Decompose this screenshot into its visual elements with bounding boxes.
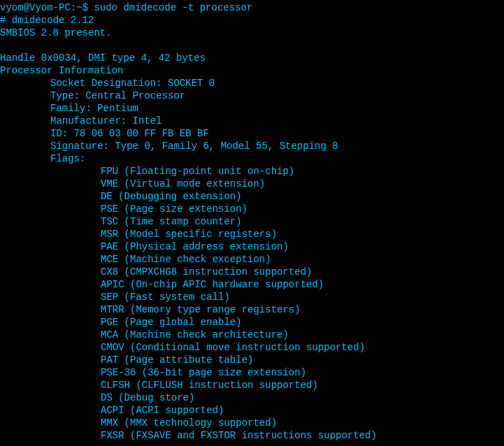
handle-line: Handle 0x0034, DMI type 4, 42 bytes — [0, 52, 504, 64]
processor-family: Family: Pentium — [0, 102, 504, 115]
socket-designation: Socket Designation: SOCKET 0 — [0, 77, 504, 89]
terminal-output[interactable]: vyom@Vyom-PC:~$ sudo dmidecode -t proces… — [0, 1, 504, 442]
processor-signature: Signature: Type 0, Family 6, Model 55, S… — [0, 140, 504, 152]
flag-item: TSC (Time stamp counter) — [0, 215, 504, 228]
processor-type: Type: Central Processor — [0, 89, 504, 102]
flag-item: FXSR (FXSAVE and FXSTOR instructions sup… — [0, 429, 504, 442]
prompt-line: vyom@Vyom-PC:~$ sudo dmidecode -t proces… — [0, 1, 504, 14]
dmidecode-version: # dmidecode 2.12 — [0, 14, 504, 27]
flag-item: APIC (On-chip APIC hardware supported) — [0, 278, 504, 291]
section-header: Processor Information — [0, 64, 504, 77]
flag-item: MCA (Machine check architecture) — [0, 329, 504, 341]
processor-manufacturer: Manufacturer: Intel — [0, 115, 504, 127]
flag-item: SEP (Fast system call) — [0, 291, 504, 303]
prompt-command: sudo dmidecode -t processor — [94, 2, 252, 13]
flag-item: MTRR (Memory type range registers) — [0, 303, 504, 316]
flag-item: MMX (MMX technology supported) — [0, 417, 504, 429]
blank-line — [0, 39, 504, 52]
flag-item: PGE (Page global enable) — [0, 316, 504, 329]
flags-label: Flags: — [0, 152, 504, 165]
processor-id: ID: 78 06 03 00 FF FB EB BF — [0, 127, 504, 140]
prompt-separator: : — [71, 2, 76, 13]
prompt-user-host: vyom@Vyom-PC — [0, 2, 71, 13]
flag-item: PAE (Physical address extension) — [0, 240, 504, 253]
flag-item: PSE-36 (36-bit page size extension) — [0, 366, 504, 379]
flag-item: CX8 (CMPXCHG8 instruction supported) — [0, 266, 504, 278]
flags-container: FPU (Floating-point unit on-chip)VME (Vi… — [0, 165, 504, 442]
flag-item: DE (Debugging extension) — [0, 190, 504, 203]
flag-item: ACPI (ACPI supported) — [0, 404, 504, 417]
flag-item: CMOV (Conditional move instruction suppo… — [0, 341, 504, 354]
flag-item: VME (Virtual mode extension) — [0, 178, 504, 190]
flag-item: FPU (Floating-point unit on-chip) — [0, 165, 504, 178]
flag-item: PSE (Page size extension) — [0, 203, 504, 215]
flag-item: CLFSH (CLFLUSH instruction supported) — [0, 379, 504, 391]
flag-item: MSR (Model specific registers) — [0, 228, 504, 240]
flag-item: DS (Debug store) — [0, 391, 504, 404]
flag-item: PAT (Page attribute table) — [0, 354, 504, 366]
flag-item: MCE (Machine check exception) — [0, 253, 504, 266]
smbios-version: SMBIOS 2.8 present. — [0, 27, 504, 39]
prompt-path: ~$ — [76, 2, 88, 13]
